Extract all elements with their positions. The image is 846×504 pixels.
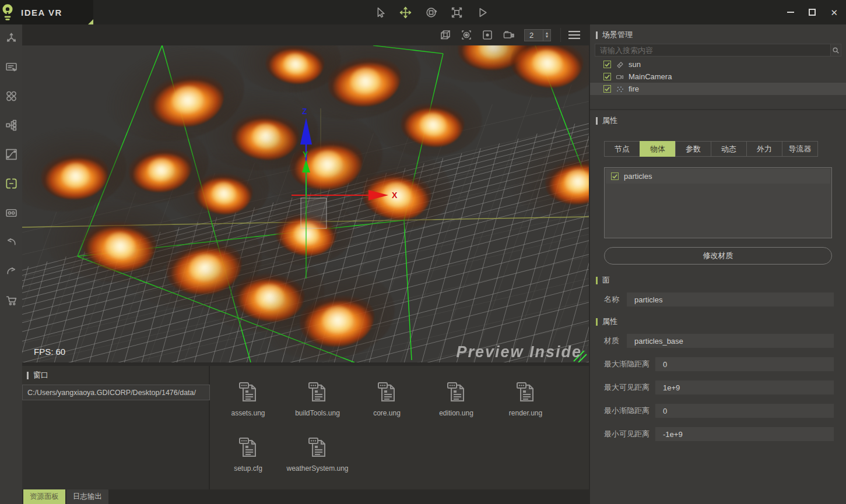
particles-icon bbox=[616, 85, 624, 93]
scale-tool-icon[interactable] bbox=[450, 6, 464, 19]
min-fade-distance-row: 最小渐隐距离 bbox=[590, 404, 846, 418]
object-checkbox[interactable] bbox=[611, 172, 619, 180]
file-item[interactable]: weatherSystem.ung bbox=[283, 436, 352, 487]
vr-goggles-icon[interactable] bbox=[4, 177, 19, 191]
maximize-button[interactable] bbox=[809, 9, 816, 16]
window-panel-title: 窗口 bbox=[33, 370, 48, 380]
shopping-cart-icon[interactable] bbox=[5, 293, 18, 307]
fire-particles-layer bbox=[22, 45, 589, 362]
name-field-row: 名称 bbox=[590, 292, 846, 306]
scene-search-row bbox=[595, 44, 841, 57]
file-name: buildTools.ung bbox=[295, 409, 340, 417]
node-checkbox[interactable] bbox=[603, 85, 611, 93]
modify-material-button[interactable]: 修改材质 bbox=[604, 247, 832, 265]
camera-count-value: 2 bbox=[525, 31, 543, 40]
script-edit-icon[interactable] bbox=[5, 60, 18, 74]
document-icon bbox=[514, 381, 538, 404]
attr-section-header: 属性 bbox=[596, 316, 846, 327]
tab-params[interactable]: 参数 bbox=[675, 141, 711, 157]
header-bar bbox=[596, 117, 598, 125]
viewport-3d[interactable]: X Z Y FPS: 60 Preview Inside bbox=[22, 45, 589, 362]
tab-force[interactable]: 外力 bbox=[746, 141, 782, 157]
redo-icon[interactable] bbox=[5, 264, 18, 278]
vr-viewer-icon[interactable] bbox=[5, 206, 18, 220]
min-visible-distance-row: 最小可见距离 bbox=[590, 427, 846, 441]
wireframe-cube-icon[interactable] bbox=[439, 29, 452, 41]
play-icon[interactable] bbox=[476, 6, 489, 19]
node-checkbox[interactable] bbox=[603, 61, 611, 68]
path-input[interactable] bbox=[22, 385, 210, 400]
max-fade-distance-input[interactable] bbox=[655, 357, 834, 371]
material-input[interactable] bbox=[627, 334, 834, 348]
viewport-menu-wrap bbox=[560, 28, 585, 42]
viewport-camera-icon[interactable] bbox=[502, 29, 516, 41]
scene-node-sun[interactable]: sun bbox=[590, 58, 846, 71]
fire-sprite bbox=[399, 97, 466, 150]
close-button[interactable]: ✕ bbox=[830, 8, 838, 17]
axes-tool-icon[interactable] bbox=[5, 31, 18, 45]
scene-node-fire[interactable]: fire bbox=[590, 83, 846, 95]
file-name: render.ung bbox=[509, 409, 542, 417]
app-logo-block[interactable]: IDEA VR bbox=[0, 0, 93, 24]
frame-dot-icon[interactable] bbox=[481, 29, 494, 41]
node-checkbox[interactable] bbox=[603, 73, 611, 80]
fire-sprite bbox=[508, 45, 586, 91]
max-fade-distance-row: 最大渐隐距离 bbox=[590, 357, 846, 371]
min-fade-distance-input[interactable] bbox=[655, 404, 834, 418]
select-cursor-icon[interactable] bbox=[373, 6, 387, 19]
undo-icon[interactable] bbox=[5, 235, 18, 249]
camera-count-spinner[interactable]: 2 ▲▼ bbox=[524, 29, 551, 41]
minimize-button[interactable] bbox=[787, 12, 794, 13]
file-name: edition.ung bbox=[439, 409, 473, 417]
tab-deflector[interactable]: 导流器 bbox=[782, 141, 818, 157]
components-icon[interactable] bbox=[5, 89, 18, 103]
tab-resource-panel[interactable]: 资源面板 bbox=[23, 489, 65, 504]
tab-dynamic[interactable]: 动态 bbox=[711, 141, 747, 157]
node-label: MainCamera bbox=[629, 72, 672, 81]
material-label: 材质 bbox=[604, 336, 627, 346]
face-section-title: 面 bbox=[602, 275, 610, 286]
file-item[interactable]: buildTools.ung bbox=[283, 381, 352, 431]
fire-sprite bbox=[359, 164, 434, 224]
properties-tabs: 节点 物体 参数 动态 外力 导流器 bbox=[604, 141, 846, 157]
hierarchy-icon[interactable] bbox=[5, 118, 18, 132]
scene-node-maincamera[interactable]: MainCamera bbox=[590, 71, 846, 83]
file-item[interactable]: assets.ung bbox=[213, 381, 283, 431]
object-row-particles[interactable]: particles bbox=[606, 169, 830, 184]
search-button[interactable] bbox=[831, 44, 841, 57]
tab-object[interactable]: 物体 bbox=[640, 141, 676, 157]
scene-manager-header: 场景管理 bbox=[596, 30, 846, 40]
document-icon bbox=[237, 436, 260, 460]
spinner-arrows[interactable]: ▲▼ bbox=[543, 30, 550, 41]
fire-sprite bbox=[297, 289, 377, 350]
header-bar bbox=[596, 31, 598, 39]
file-grid: assets.ung buildTools.ung core.ung editi… bbox=[210, 366, 589, 489]
max-fade-distance-label: 最大渐隐距离 bbox=[604, 359, 655, 369]
move-tool-icon[interactable] bbox=[399, 6, 412, 19]
file-item[interactable]: render.ung bbox=[491, 381, 560, 431]
tab-log-output[interactable]: 日志输出 bbox=[66, 489, 108, 504]
properties-header: 属性 bbox=[596, 115, 846, 126]
viewport-toolbar: 2 ▲▼ bbox=[22, 24, 589, 45]
hamburger-menu-icon[interactable] bbox=[568, 30, 581, 40]
camera-icon bbox=[616, 73, 624, 81]
title-bar: IDEA VR ✕ bbox=[0, 0, 846, 24]
folder-list-area[interactable] bbox=[22, 400, 209, 489]
file-item[interactable]: edition.ung bbox=[422, 381, 491, 431]
curve-editor-icon[interactable] bbox=[5, 147, 18, 161]
focus-target-icon[interactable] bbox=[460, 29, 473, 41]
logo-corner-triangle bbox=[88, 19, 93, 24]
header-bar bbox=[27, 372, 29, 379]
min-visible-distance-input[interactable] bbox=[655, 427, 834, 441]
file-item[interactable]: setup.cfg bbox=[213, 436, 283, 487]
name-input[interactable] bbox=[627, 292, 834, 306]
node-label: sun bbox=[629, 60, 641, 69]
min-visible-distance-label: 最小可见距离 bbox=[604, 429, 655, 439]
max-visible-distance-input[interactable] bbox=[655, 380, 834, 394]
max-visible-distance-row: 最大可见距离 bbox=[590, 380, 846, 394]
tab-node[interactable]: 节点 bbox=[604, 141, 640, 157]
search-input[interactable] bbox=[595, 44, 831, 57]
rotate-tool-icon[interactable] bbox=[424, 6, 438, 19]
bulb-logo-icon bbox=[0, 3, 15, 22]
file-item[interactable]: core.ung bbox=[352, 381, 422, 431]
